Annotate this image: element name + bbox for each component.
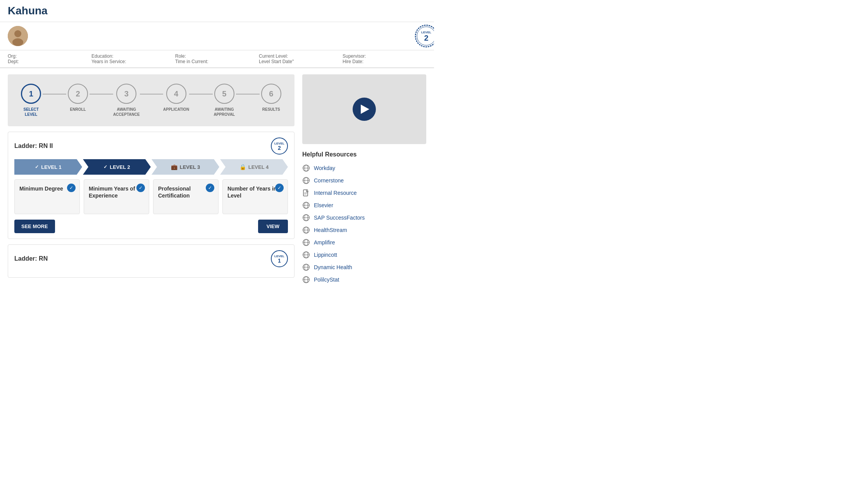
resource-link-amplifire[interactable]: Amplifire bbox=[314, 239, 335, 246]
resource-elsevier[interactable]: Elsevier bbox=[302, 199, 426, 211]
level-tab-1[interactable]: ✓ LEVEL 1 bbox=[14, 159, 82, 175]
globe-icon-workday bbox=[302, 164, 310, 172]
resource-link-internal[interactable]: Internal Resource bbox=[314, 190, 357, 196]
globe-icon-dynamic-health bbox=[302, 263, 310, 271]
step-2[interactable]: 2 ENROLL bbox=[66, 84, 90, 112]
level-tabs: ✓ LEVEL 1 ✓ LEVEL 2 💼 LEVEL 3 🔒 LEVEL 4 bbox=[14, 159, 288, 175]
badge-level-num: 2 bbox=[424, 34, 428, 42]
globe-icon-lippincott bbox=[302, 251, 310, 259]
ladder-2-badge: LEVEL 1 bbox=[271, 250, 288, 267]
level-tab-4-label: LEVEL 4 bbox=[248, 164, 269, 170]
step-circle-6: 6 bbox=[261, 84, 281, 104]
resource-link-sap[interactable]: SAP SuccessFactors bbox=[314, 215, 365, 221]
steps-container: 1 SELECTLEVEL 2 ENROLL 3 AWAITINGACCEPTA… bbox=[19, 84, 283, 117]
criteria-text-1: Minimum Degree bbox=[19, 185, 63, 192]
time-current-label: Time in Current: bbox=[175, 59, 259, 64]
ladder-1-card: Ladder: RN II LEVEL 2 ✓ LEVEL 1 ✓ LEVEL … bbox=[8, 132, 294, 239]
criteria-card-2: Minimum Years of Experience ✓ bbox=[84, 179, 149, 214]
meta-level: Current Level: Level Start Date" bbox=[259, 53, 343, 64]
globe-icon-sap bbox=[302, 214, 310, 222]
step-label-5: AWAITINGAPPROVAL bbox=[214, 107, 235, 117]
resource-dynamic-health[interactable]: Dynamic Health bbox=[302, 261, 426, 273]
left-panel: 1 SELECTLEVEL 2 ENROLL 3 AWAITINGACCEPTA… bbox=[8, 74, 294, 287]
file-icon-internal bbox=[302, 189, 310, 197]
current-level-label: Current Level: bbox=[259, 53, 343, 59]
supervisor-label: Supervisor: bbox=[343, 53, 426, 59]
step-circle-1: 1 bbox=[21, 84, 41, 104]
step-6[interactable]: 6 RESULTS bbox=[260, 84, 283, 112]
resource-lippincott[interactable]: Lippincott bbox=[302, 249, 426, 261]
step-label-6: RESULTS bbox=[262, 107, 280, 112]
level-tab-3-label: LEVEL 3 bbox=[180, 164, 200, 170]
main-layout: 1 SELECTLEVEL 2 ENROLL 3 AWAITINGACCEPTA… bbox=[0, 68, 434, 294]
resource-policystat[interactable]: PolilcyStat bbox=[302, 273, 426, 286]
user-bar: LEVEL 2 bbox=[0, 22, 434, 50]
right-panel: Helpful Resources Workday Cornerstone In… bbox=[302, 74, 426, 287]
ladder-1-badge-num: 2 bbox=[278, 145, 281, 151]
avatar bbox=[8, 26, 28, 46]
years-service-label: Years in Service: bbox=[91, 59, 175, 64]
resource-sap[interactable]: SAP SuccessFactors bbox=[302, 211, 426, 224]
play-icon bbox=[361, 105, 369, 114]
dept-label: Dept: bbox=[8, 59, 91, 64]
svg-point-2 bbox=[12, 38, 23, 46]
step-label-4: APPLICATION bbox=[163, 107, 189, 112]
lock-icon-4: 🔒 bbox=[239, 164, 246, 170]
check-icon-2: ✓ bbox=[103, 164, 107, 170]
ladder-2-title: Ladder: RN bbox=[14, 255, 48, 262]
briefcase-icon-3: 💼 bbox=[171, 164, 177, 170]
avatar-svg bbox=[8, 26, 28, 46]
resource-amplifire[interactable]: Amplifire bbox=[302, 236, 426, 249]
app-title: Kahuna bbox=[8, 5, 48, 17]
org-label: Org: bbox=[8, 53, 91, 59]
criteria-card-1: Minimum Degree ✓ bbox=[14, 179, 80, 214]
resource-link-policystat[interactable]: PolilcyStat bbox=[314, 277, 339, 283]
ladder-1-badge: LEVEL 2 bbox=[271, 137, 288, 155]
step-1[interactable]: 1 SELECTLEVEL bbox=[19, 84, 43, 117]
steps-section: 1 SELECTLEVEL 2 ENROLL 3 AWAITINGACCEPTA… bbox=[8, 74, 294, 126]
education-label: Education: bbox=[91, 53, 175, 59]
ladder-1-title: Ladder: RN II bbox=[14, 143, 53, 149]
globe-icon-policystat bbox=[302, 276, 310, 284]
step-connector-4 bbox=[189, 94, 212, 95]
hire-date-label: Hire Date: bbox=[343, 59, 426, 64]
avatar-image bbox=[8, 26, 28, 46]
level-tab-3[interactable]: 💼 LEVEL 3 bbox=[152, 159, 219, 175]
meta-supervisor: Supervisor: Hire Date: bbox=[343, 53, 426, 64]
resource-link-healthstream[interactable]: HealthStream bbox=[314, 227, 347, 233]
resource-link-cornerstone[interactable]: Cornerstone bbox=[314, 177, 344, 184]
app-header: Kahuna bbox=[0, 0, 434, 22]
step-connector-3 bbox=[140, 94, 163, 95]
step-circle-3: 3 bbox=[116, 84, 136, 104]
ladder-1-header: Ladder: RN II LEVEL 2 bbox=[14, 137, 288, 155]
play-button[interactable] bbox=[353, 98, 376, 121]
level-start-label: Level Start Date" bbox=[259, 59, 343, 64]
criteria-text-4: Number of Years in Level bbox=[227, 185, 283, 199]
criteria-check-2: ✓ bbox=[136, 184, 145, 192]
meta-education: Education: Years in Service: bbox=[91, 53, 175, 64]
resource-workday[interactable]: Workday bbox=[302, 162, 426, 174]
level-tab-4[interactable]: 🔒 LEVEL 4 bbox=[220, 159, 288, 175]
view-button[interactable]: VIEW bbox=[258, 220, 288, 233]
globe-icon-elsevier bbox=[302, 201, 310, 209]
resources-section: Helpful Resources Workday Cornerstone In… bbox=[302, 149, 426, 287]
level-tab-2[interactable]: ✓ LEVEL 2 bbox=[83, 159, 151, 175]
criteria-check-4: ✓ bbox=[275, 184, 284, 192]
resource-link-workday[interactable]: Workday bbox=[314, 165, 335, 171]
step-5[interactable]: 5 AWAITINGAPPROVAL bbox=[213, 84, 236, 117]
step-connector-5 bbox=[236, 94, 259, 95]
criteria-grid: Minimum Degree ✓ Minimum Years of Experi… bbox=[14, 179, 288, 214]
resource-internal[interactable]: Internal Resource bbox=[302, 187, 426, 199]
criteria-card-3: Professional Certification ✓ bbox=[153, 179, 219, 214]
resource-link-lippincott[interactable]: Lippincott bbox=[314, 252, 337, 258]
resource-link-elsevier[interactable]: Elsevier bbox=[314, 202, 333, 208]
see-more-button[interactable]: SEE MORE bbox=[14, 220, 55, 233]
resource-healthstream[interactable]: HealthStream bbox=[302, 224, 426, 236]
meta-role: Role: Time in Current: bbox=[175, 53, 259, 64]
step-4[interactable]: 4 APPLICATION bbox=[163, 84, 189, 112]
resource-link-dynamic-health[interactable]: Dynamic Health bbox=[314, 264, 352, 270]
resource-cornerstone[interactable]: Cornerstone bbox=[302, 174, 426, 187]
video-panel bbox=[302, 74, 426, 144]
step-3[interactable]: 3 AWAITINGACCEPTANCE bbox=[113, 84, 140, 117]
step-label-2: ENROLL bbox=[70, 107, 86, 112]
